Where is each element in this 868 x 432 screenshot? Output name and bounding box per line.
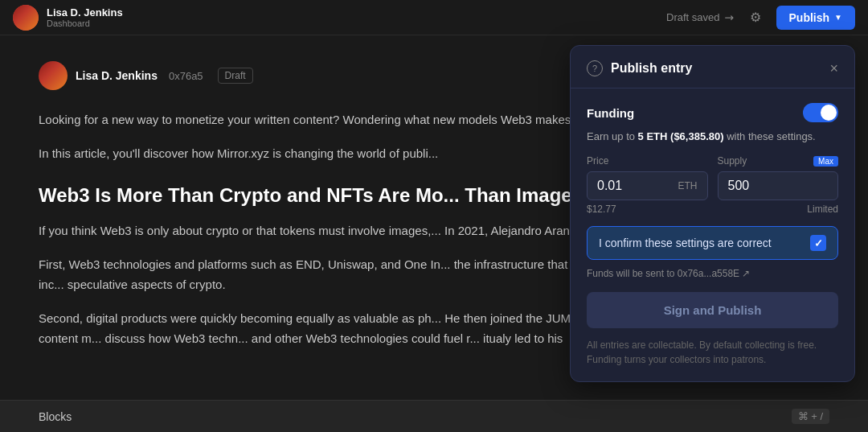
publish-button[interactable]: Publish ▼ [776, 6, 855, 30]
panel-header: ? Publish entry × [571, 46, 854, 88]
topbar-right: Draft saved ↗ ⚙ Publish ▼ [666, 6, 855, 30]
funds-address: Funds will be sent to 0x76a...a558E ↗ [587, 268, 838, 279]
price-usd: $12.77 [587, 204, 708, 215]
publish-panel: ? Publish entry × Funding Earn up to 5 E… [570, 45, 855, 382]
draft-badge: Draft [218, 68, 253, 84]
avatar [13, 5, 39, 31]
panel-header-left: ? Publish entry [587, 60, 692, 76]
content-area: Lisa D. Jenkins 0x76a5 Draft Looking for… [0, 35, 868, 432]
help-icon[interactable]: ? [587, 60, 603, 76]
user-role: Dashboard [47, 19, 123, 28]
price-field: Price ETH $12.77 [587, 155, 708, 215]
chevron-down-icon: ▼ [834, 13, 842, 22]
supply-input[interactable] [728, 179, 809, 193]
supply-field: Supply Max Limited [718, 155, 839, 215]
confirm-checkbox[interactable] [810, 235, 826, 251]
confirm-checkbox-row[interactable]: I confirm these settings are correct [587, 226, 838, 260]
blocks-shortcut: ⌘ + / [792, 409, 829, 424]
confirm-text: I confirm these settings are correct [599, 237, 810, 249]
user-info: Lisa D. Jenkins Dashboard [47, 6, 123, 29]
price-input-container: ETH [587, 171, 708, 200]
price-suffix: ETH [678, 180, 698, 191]
supply-input-container [718, 171, 839, 200]
share-icon: ↗ [722, 10, 738, 26]
topbar-left: Lisa D. Jenkins Dashboard [13, 5, 123, 31]
topbar: Lisa D. Jenkins Dashboard Draft saved ↗ … [0, 0, 868, 35]
draft-saved-indicator: Draft saved ↗ [666, 11, 734, 24]
close-icon[interactable]: × [829, 61, 838, 76]
supply-label: Supply Max [718, 155, 839, 167]
draft-saved-text: Draft saved [666, 11, 719, 23]
publish-label: Publish [789, 11, 830, 24]
funding-earn-amount: 5 ETH ($6,385.80) [638, 130, 724, 142]
author-address: 0x76a5 [169, 70, 203, 82]
price-input[interactable] [597, 179, 678, 193]
funding-earn: Earn up to 5 ETH ($6,385.80) with these … [587, 130, 838, 142]
panel-footer: All entries are collectable. By default … [587, 338, 838, 367]
funding-label: Funding [587, 106, 634, 120]
supply-status: Limited [718, 204, 839, 215]
price-supply-grid: Price ETH $12.77 Supply Max [587, 155, 838, 215]
funding-toggle[interactable] [803, 103, 838, 122]
funding-row: Funding [587, 103, 838, 122]
settings-icon[interactable]: ⚙ [744, 6, 767, 29]
user-name: Lisa D. Jenkins [47, 6, 123, 19]
blocks-toolbar: Blocks ⌘ + / [0, 400, 868, 432]
panel-body: Funding Earn up to 5 ETH ($6,385.80) wit… [571, 88, 854, 381]
panel-title: Publish entry [611, 61, 692, 76]
max-badge: Max [813, 156, 838, 167]
sign-publish-button[interactable]: Sign and Publish [587, 292, 838, 328]
author-name: Lisa D. Jenkins [76, 69, 158, 82]
blocks-label: Blocks [39, 410, 72, 423]
price-label: Price [587, 155, 708, 167]
author-avatar [39, 61, 68, 90]
